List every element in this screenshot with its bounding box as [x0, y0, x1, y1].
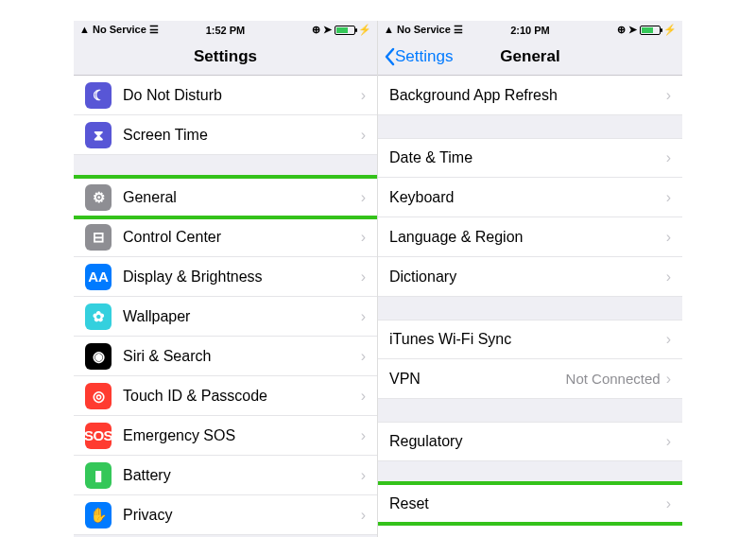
siri-icon: ◉ — [85, 343, 112, 370]
chevron-left-icon — [384, 47, 395, 66]
back-label: Settings — [395, 47, 453, 66]
label: Display & Brightness — [123, 268, 361, 286]
row-battery[interactable]: ▮ Battery › — [74, 456, 377, 495]
label: Dictionary — [389, 268, 666, 286]
chevron-right-icon: › — [361, 229, 366, 246]
fingerprint-icon: ◎ — [85, 383, 112, 409]
chevron-right-icon: › — [361, 127, 366, 144]
label: Regulatory — [389, 433, 666, 450]
label: VPN — [389, 371, 566, 388]
row-regulatory[interactable]: Regulatory › — [378, 422, 682, 461]
row-vpn[interactable]: VPN Not Connected › — [378, 359, 682, 399]
row-display-brightness[interactable]: AA Display & Brightness › — [74, 257, 377, 297]
section-gap — [378, 115, 682, 138]
row-language-region[interactable]: Language & Region › — [378, 217, 682, 257]
row-wallpaper[interactable]: ✿ Wallpaper › — [74, 297, 377, 337]
sliders-icon: ⊟ — [85, 224, 112, 251]
battery-row-icon: ▮ — [85, 462, 112, 489]
label: General — [123, 189, 361, 206]
general-screen: ▲ No Service ☰ 2:10 PM ⊕ ➤ ⚡ Settings Ge… — [378, 21, 682, 537]
label: Privacy — [123, 507, 361, 524]
label: Do Not Disturb — [123, 87, 361, 104]
status-time: 2:10 PM — [378, 25, 682, 36]
chevron-right-icon: › — [666, 189, 671, 206]
chevron-right-icon: › — [361, 189, 366, 206]
row-privacy[interactable]: ✋ Privacy › — [74, 495, 377, 535]
chevron-right-icon: › — [361, 348, 366, 365]
chevron-right-icon: › — [666, 149, 671, 166]
chevron-right-icon: › — [361, 467, 366, 484]
label: Wallpaper — [123, 308, 361, 325]
label: Date & Time — [389, 149, 666, 166]
chevron-right-icon: › — [666, 229, 671, 246]
moon-icon: ☾ — [85, 82, 112, 109]
label: Touch ID & Passcode — [123, 388, 361, 405]
row-shut-down[interactable]: Shut Down — [378, 524, 682, 537]
row-siri-search[interactable]: ◉ Siri & Search › — [74, 337, 377, 376]
chevron-right-icon: › — [666, 433, 671, 450]
chevron-right-icon: › — [666, 331, 671, 348]
chevron-right-icon: › — [361, 308, 366, 325]
row-emergency-sos[interactable]: SOS Emergency SOS › — [74, 416, 377, 456]
row-reset[interactable]: Reset › — [378, 484, 682, 524]
flower-icon: ✿ — [85, 303, 112, 330]
chevron-right-icon: › — [361, 268, 366, 286]
row-dictionary[interactable]: Dictionary › — [378, 257, 682, 297]
label: Keyboard — [389, 189, 666, 206]
row-screen-time[interactable]: ⧗ Screen Time › — [74, 115, 377, 155]
label: Screen Time — [123, 127, 361, 144]
section-gap — [74, 155, 377, 178]
status-bar: ▲ No Service ☰ 2:10 PM ⊕ ➤ ⚡ — [378, 21, 682, 38]
row-keyboard[interactable]: Keyboard › — [378, 178, 682, 217]
row-date-time[interactable]: Date & Time › — [378, 138, 682, 178]
row-general[interactable]: ⚙ General › — [74, 178, 377, 217]
page-title: General — [500, 47, 559, 66]
label: Background App Refresh — [389, 87, 666, 104]
row-itunes-wifi-sync[interactable]: iTunes Wi-Fi Sync › — [378, 320, 682, 359]
chevron-right-icon: › — [361, 87, 366, 104]
text-size-icon: AA — [85, 264, 112, 290]
row-touch-id[interactable]: ◎ Touch ID & Passcode › — [74, 376, 377, 416]
gear-icon: ⚙ — [85, 184, 112, 211]
label: Battery — [123, 467, 361, 484]
label: iTunes Wi-Fi Sync — [389, 331, 666, 348]
chevron-right-icon: › — [666, 268, 671, 286]
settings-screen: ▲ No Service ☰ 1:52 PM ⊕ ➤ ⚡ Settings ☾ … — [74, 21, 378, 537]
back-button[interactable]: Settings — [384, 47, 453, 66]
row-do-not-disturb[interactable]: ☾ Do Not Disturb › — [74, 76, 377, 115]
nav-bar: Settings General — [378, 38, 682, 76]
nav-bar: Settings — [74, 38, 377, 76]
section-gap — [378, 399, 682, 422]
label: Siri & Search — [123, 348, 361, 365]
chevron-right-icon: › — [361, 388, 366, 405]
chevron-right-icon: › — [361, 427, 366, 444]
page-title: Settings — [194, 47, 257, 66]
row-control-center[interactable]: ⊟ Control Center › — [74, 217, 377, 257]
status-bar: ▲ No Service ☰ 1:52 PM ⊕ ➤ ⚡ — [74, 21, 377, 38]
row-background-refresh[interactable]: Background App Refresh › — [378, 76, 682, 115]
label: Reset — [389, 495, 666, 512]
sos-icon: SOS — [85, 423, 112, 449]
battery-icon — [335, 26, 355, 35]
hourglass-icon: ⧗ — [85, 122, 112, 148]
chevron-right-icon: › — [361, 507, 366, 524]
chevron-right-icon: › — [666, 87, 671, 104]
section-gap — [378, 297, 682, 320]
chevron-right-icon: › — [666, 371, 671, 388]
label: Control Center — [123, 229, 361, 246]
battery-icon — [640, 26, 661, 35]
label: Language & Region — [389, 229, 666, 246]
detail-text: Not Connected — [566, 371, 661, 387]
label: Emergency SOS — [123, 427, 361, 444]
section-gap — [378, 461, 682, 484]
hand-icon: ✋ — [85, 502, 112, 528]
chevron-right-icon: › — [666, 495, 671, 512]
status-time: 1:52 PM — [74, 25, 377, 36]
